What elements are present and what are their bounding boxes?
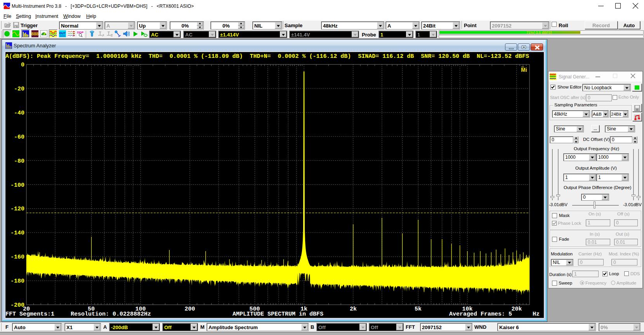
svg-text:-100: -100	[10, 182, 24, 189]
svg-text:Resolution: 0.0228882Hz: Resolution: 0.0228882Hz	[71, 311, 151, 318]
svg-text:AMPLITUDE SPECTRUM in dBFS: AMPLITUDE SPECTRUM in dBFS	[233, 311, 323, 318]
svg-text:-120: -120	[10, 206, 24, 212]
svg-text:-40: -40	[14, 110, 24, 116]
svg-text:-80: -80	[14, 158, 24, 165]
svg-text:A(dBFS): Peak Frequency= 1.00: A(dBFS): Peak Frequency= 1.0000160 kHz T…	[5, 53, 529, 60]
svg-text:Averaged Frames: 5: Averaged Frames: 5	[449, 311, 512, 318]
svg-text:-200: -200	[10, 302, 24, 309]
svg-text:-20: -20	[14, 86, 24, 92]
svg-text:-180: -180	[10, 278, 24, 285]
svg-text:-160: -160	[10, 254, 24, 260]
svg-text:-60: -60	[14, 134, 24, 141]
svg-text:0: 0	[21, 62, 24, 68]
svg-text:FFT Segments:1: FFT Segments:1	[5, 311, 54, 318]
svg-text:B: B	[111, 33, 113, 37]
svg-text:A: A	[102, 33, 104, 37]
svg-text:888: 888	[31, 31, 38, 36]
svg-text:DUT: DUT	[59, 31, 66, 35]
svg-text:200: 200	[184, 306, 195, 312]
svg-text:5k: 5k	[415, 306, 422, 312]
svg-text:Mi: Mi	[521, 67, 527, 73]
svg-text:Hz: Hz	[533, 311, 540, 318]
svg-text:-140: -140	[10, 230, 24, 236]
svg-text:2k: 2k	[350, 306, 357, 312]
svg-text:20k: 20k	[511, 306, 522, 312]
